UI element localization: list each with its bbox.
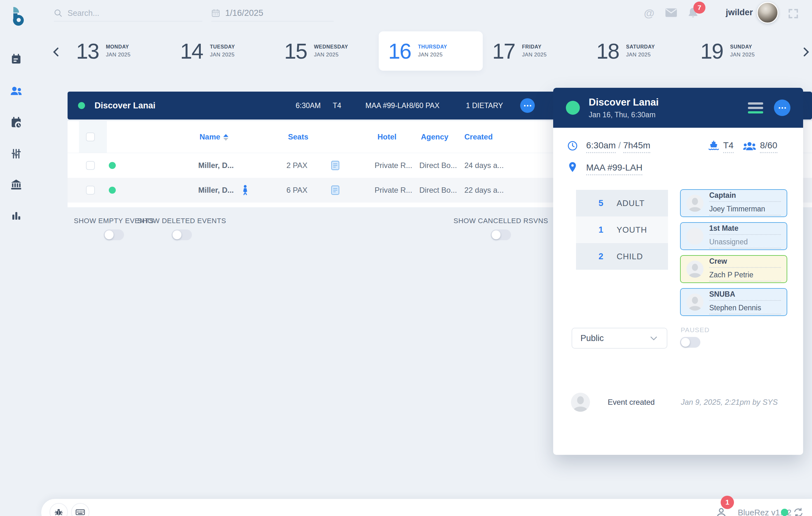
search-input[interactable]: Search... [54,5,202,22]
calendar-clock-icon [10,117,22,128]
fullscreen-icon[interactable] [787,8,799,20]
passengers-icon [743,142,756,151]
column-header-agency[interactable]: Agency [421,132,448,141]
panel-vessel[interactable]: T4 [723,141,734,153]
day-cell-18[interactable]: 18 SATURDAY JAN 2025 [587,31,691,71]
show-empty-events-toggle[interactable] [104,230,124,240]
row-seats: 6 PAX [286,186,307,194]
sort-icon[interactable] [223,134,228,141]
carousel-next-button[interactable] [799,44,812,60]
day-cell-15[interactable]: 15 WEDNESDAY JAN 2025 [275,31,379,71]
status-bar: 1 BlueRez v1.82 [41,499,812,516]
count-value: 2 [576,252,603,262]
column-header-hotel[interactable]: Hotel [377,132,397,141]
day-number: 14 [180,39,203,63]
visibility-value: Public [580,333,604,343]
day-cell-14[interactable]: 14 TUESDAY JAN 2025 [171,31,275,71]
day-number: 17 [492,39,515,63]
crew-card-crew[interactable]: Crew Zach P Petrie [680,255,787,283]
panel-more-options-button[interactable] [774,99,790,116]
day-number: 18 [596,39,619,63]
mail-icon[interactable] [665,8,677,17]
row-checkbox[interactable] [86,186,95,194]
note-icon[interactable] [331,185,339,195]
sidebar-item-calendar[interactable] [9,53,23,66]
keyboard-icon [75,507,85,516]
filter-label: SHOW CANCELLED RSVNS [454,217,548,225]
event-duration[interactable]: 7h45m [623,141,650,153]
row-checkbox[interactable] [86,161,95,170]
paused-toggle[interactable] [680,337,700,348]
crew-name: Unassigned [709,238,781,248]
row-agency: Direct Bo... [419,161,457,170]
column-header-seats[interactable]: Seats [288,132,308,141]
select-all-checkbox[interactable] [86,132,95,141]
avatar-placeholder [571,393,590,412]
sidebar-item-settings[interactable] [9,147,23,160]
location-pin-icon [568,161,577,173]
at-icon[interactable]: @ [644,7,655,19]
day-cell-17[interactable]: 17 FRIDAY JAN 2025 [483,31,587,71]
day-number: 15 [284,39,307,63]
crew-card-snuba[interactable]: SNUBA Stephen Dennis [680,288,787,316]
day-weekday: SUNDAY [730,44,755,50]
date-input[interactable]: 1/16/2025 [211,5,334,22]
event-more-options-button[interactable] [520,98,535,113]
show-deleted-events-toggle[interactable] [172,230,192,240]
row-name[interactable]: Miller, D... [198,161,234,170]
refresh-icon[interactable] [793,507,804,516]
note-icon[interactable] [331,160,339,171]
panel-header: Discover Lanai Jan 16, Thu, 6:30am [553,88,803,128]
sidebar-item-accounting[interactable] [9,178,23,191]
boat-icon [708,140,719,151]
event-pax: 8/60 PAX [409,101,439,110]
avatar [687,227,703,245]
event-title: Discover Lanai [94,101,155,111]
visibility-select[interactable]: Public [572,328,667,348]
bug-report-button[interactable] [50,503,68,516]
day-cell-16-selected[interactable]: 16 THURSDAY JAN 2025 [379,31,483,71]
sidebar-item-reports[interactable] [9,209,23,222]
crew-card-first-mate[interactable]: 1st Mate Unassigned [680,222,787,250]
count-row-child[interactable]: 2 CHILD [576,243,668,270]
panel-capacity[interactable]: 8/60 [760,141,777,153]
avatar-placeholder [687,194,703,212]
day-weekday: THURSDAY [418,44,447,50]
row-agency: Direct Bo... [419,186,457,194]
connection-status-dot [781,509,788,516]
menu-icon[interactable] [748,102,763,114]
app-logo[interactable] [6,4,25,27]
keyboard-shortcuts-button[interactable] [71,503,89,516]
crew-role: SNUBA [709,290,781,301]
panel-location[interactable]: MAA #99-LAH [586,162,642,175]
avatar-placeholder [687,261,703,278]
crew-role: 1st Mate [709,224,781,235]
event-status-dot [78,102,85,109]
crew-name: Stephen Dennis [709,304,781,314]
row-created: 22 days a... [464,186,504,194]
column-header-name[interactable]: Name [200,132,228,141]
day-cell-13[interactable]: 13 MONDAY JAN 2025 [67,31,171,71]
chevron-down-icon [649,333,659,343]
crew-card-captain[interactable]: Captain Joey Timmerman [680,189,787,217]
calendar-icon [211,8,220,18]
count-label: ADULT [617,199,644,208]
event-start-time[interactable]: 6:30am [586,141,616,153]
bank-icon [10,179,22,190]
history-action: Event created [608,398,655,407]
sidebar-item-schedule[interactable] [9,116,23,129]
count-label: CHILD [617,252,643,262]
row-name[interactable]: Miller, D... [198,186,234,194]
day-number: 16 [388,39,411,63]
day-cell-19[interactable]: 19 SUNDAY JAN 2025 [691,31,795,71]
show-cancelled-rsvns-toggle[interactable] [491,230,511,240]
sliders-icon [11,148,22,159]
count-row-youth[interactable]: 1 YOUTH [576,216,668,243]
user-avatar[interactable] [757,2,778,24]
column-header-created[interactable]: Created [464,132,493,141]
count-row-adult[interactable]: 5 ADULT [576,190,668,216]
sidebar-item-guests[interactable] [9,84,23,98]
carousel-prev-button[interactable] [50,44,63,60]
username[interactable]: jwilder [726,8,753,18]
time-separator: / [618,141,621,150]
